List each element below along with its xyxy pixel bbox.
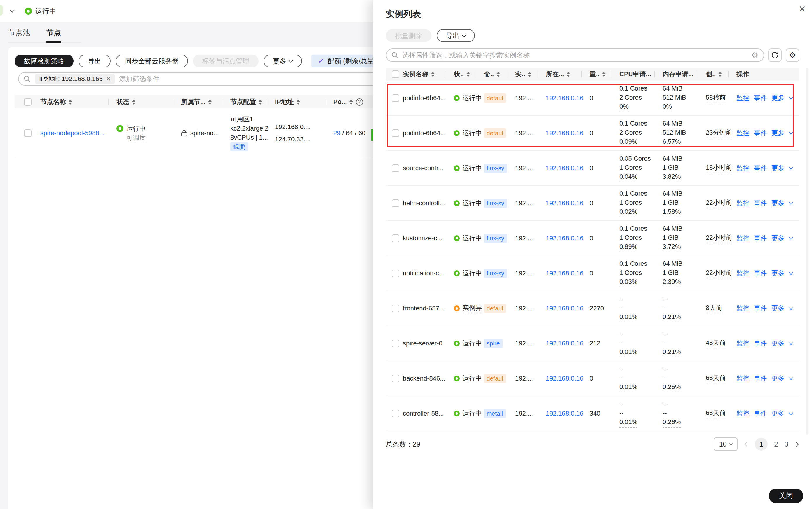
select-all-checkbox[interactable]	[392, 70, 399, 78]
sync-servers-button[interactable]: 同步全部云服务器	[116, 55, 188, 67]
page-1-button[interactable]: 1	[755, 438, 768, 451]
node-ip-link[interactable]: 192.168.0.16	[546, 340, 583, 347]
more-link[interactable]: 更多	[771, 94, 784, 102]
pods-count-link[interactable]: 29	[333, 129, 340, 137]
events-link[interactable]: 事件	[754, 304, 767, 313]
chevron-down-icon[interactable]	[789, 270, 793, 274]
row-checkbox[interactable]	[392, 410, 399, 417]
table-settings-button[interactable]: ⚙	[786, 48, 799, 62]
chevron-down-icon[interactable]	[789, 130, 793, 134]
tab-nodes[interactable]: 节点	[46, 28, 61, 37]
sort-icon[interactable]	[349, 100, 353, 105]
tab-node-pools[interactable]: 节点池	[8, 28, 30, 37]
row-checkbox[interactable]	[392, 375, 399, 382]
prev-page-icon[interactable]	[745, 442, 749, 446]
instance-search-box[interactable]: ⚙	[386, 48, 764, 62]
sort-icon[interactable]	[718, 72, 722, 77]
row-checkbox[interactable]	[392, 305, 399, 312]
more-link[interactable]: 更多	[771, 304, 784, 313]
more-link[interactable]: 更多	[771, 339, 784, 348]
events-link[interactable]: 事件	[754, 339, 767, 348]
monitor-link[interactable]: 监控	[736, 304, 749, 313]
drawer-export-button[interactable]: 导出	[437, 29, 475, 42]
remove-filter-icon[interactable]: ✕	[106, 75, 111, 82]
sort-icon[interactable]	[297, 100, 300, 105]
row-checkbox[interactable]	[392, 199, 399, 207]
events-link[interactable]: 事件	[754, 374, 767, 383]
help-icon[interactable]: ?	[356, 98, 363, 106]
sort-icon[interactable]	[602, 72, 606, 77]
node-ip-link[interactable]: 192.168.0.16	[546, 129, 583, 137]
chevron-down-icon[interactable]	[789, 165, 793, 169]
events-link[interactable]: 事件	[754, 129, 767, 138]
sort-icon[interactable]	[208, 100, 212, 105]
more-link[interactable]: 更多	[771, 234, 784, 243]
events-link[interactable]: 事件	[754, 164, 767, 173]
filter-tag-ip[interactable]: IP地址: 192.168.0.165 ✕	[35, 74, 115, 84]
events-link[interactable]: 事件	[754, 409, 767, 418]
row-checkbox[interactable]	[392, 340, 399, 347]
drawer-close-button[interactable]: 关闭	[769, 488, 803, 503]
sort-icon[interactable]	[528, 72, 531, 77]
row-checkbox[interactable]	[392, 270, 399, 277]
chevron-down-icon[interactable]	[789, 376, 793, 380]
page-3-button[interactable]: 3	[784, 440, 788, 448]
chevron-down-icon[interactable]	[789, 235, 793, 239]
more-link[interactable]: 更多	[771, 199, 784, 208]
sort-icon[interactable]	[69, 100, 72, 105]
node-filter-input[interactable]: IP地址: 192.168.0.165 ✕ 添加筛选条件	[18, 72, 427, 86]
row-checkbox[interactable]	[24, 129, 32, 137]
monitor-link[interactable]: 监控	[736, 164, 749, 173]
sort-icon[interactable]	[259, 100, 262, 105]
more-link[interactable]: 更多	[771, 269, 784, 278]
chevron-down-icon[interactable]	[789, 340, 793, 345]
node-ip-link[interactable]: 192.168.0.16	[546, 235, 583, 242]
instance-search-input[interactable]	[402, 52, 747, 59]
sort-icon[interactable]	[132, 100, 136, 105]
page-2-button[interactable]: 2	[774, 440, 778, 448]
chevron-down-icon[interactable]	[789, 200, 793, 204]
events-link[interactable]: 事件	[754, 199, 767, 208]
fault-detection-button[interactable]: 故障检测策略	[14, 55, 74, 67]
monitor-link[interactable]: 监控	[736, 269, 749, 278]
node-ip-link[interactable]: 192.168.0.16	[546, 164, 583, 172]
sort-icon[interactable]	[431, 72, 435, 77]
events-link[interactable]: 事件	[754, 94, 767, 102]
node-name-link[interactable]: spire-nodepool-5988...	[40, 129, 105, 137]
node-ip-link[interactable]: 192.168.0.16	[546, 94, 583, 102]
more-button[interactable]: 更多	[264, 55, 302, 67]
sort-icon[interactable]	[566, 72, 570, 77]
node-ip-link[interactable]: 192.168.0.16	[546, 410, 583, 417]
chevron-down-icon[interactable]	[789, 411, 793, 415]
sort-icon[interactable]	[496, 72, 500, 77]
export-button[interactable]: 导出	[78, 55, 111, 67]
chevron-down-icon[interactable]	[10, 8, 14, 13]
refresh-button[interactable]	[768, 48, 782, 62]
events-link[interactable]: 事件	[754, 234, 767, 243]
chevron-down-icon[interactable]	[789, 305, 793, 310]
monitor-link[interactable]: 监控	[736, 234, 749, 243]
more-link[interactable]: 更多	[771, 164, 784, 173]
monitor-link[interactable]: 监控	[736, 129, 749, 138]
row-checkbox[interactable]	[392, 235, 399, 242]
node-ip-link[interactable]: 192.168.0.16	[546, 305, 583, 312]
row-checkbox[interactable]	[392, 94, 399, 102]
next-page-icon[interactable]	[794, 442, 799, 446]
monitor-link[interactable]: 监控	[736, 199, 749, 208]
filter-settings-icon[interactable]: ⚙	[751, 50, 758, 60]
page-size-select[interactable]: 10	[714, 437, 738, 451]
more-link[interactable]: 更多	[771, 374, 784, 383]
monitor-link[interactable]: 监控	[736, 374, 749, 383]
close-icon[interactable]: ×	[799, 3, 806, 14]
monitor-link[interactable]: 监控	[736, 409, 749, 418]
node-ip-link[interactable]: 192.168.0.16	[546, 270, 583, 277]
row-checkbox[interactable]	[392, 129, 399, 137]
more-link[interactable]: 更多	[771, 409, 784, 418]
events-link[interactable]: 事件	[754, 269, 767, 278]
monitor-link[interactable]: 监控	[736, 339, 749, 348]
sort-icon[interactable]	[467, 72, 470, 77]
node-ip-link[interactable]: 192.168.0.16	[546, 199, 583, 207]
monitor-link[interactable]: 监控	[736, 94, 749, 102]
select-all-checkbox[interactable]	[24, 98, 32, 106]
scrollbar[interactable]	[806, 68, 809, 435]
